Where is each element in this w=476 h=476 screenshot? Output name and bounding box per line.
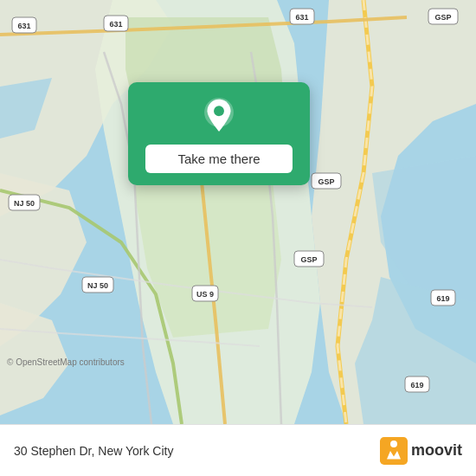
take-me-there-button[interactable]: Take me there (145, 145, 293, 173)
svg-text:GSP: GSP (300, 255, 317, 264)
map-container: 631 631 631 GSP NJ 50 GSP GSP NJ 50 US 9… (0, 0, 476, 424)
bottom-bar: 30 Stephen Dr, New York City moovit (0, 424, 476, 476)
svg-text:631: 631 (17, 22, 30, 30)
address-text: 30 Stephen Dr, New York City (14, 444, 173, 458)
svg-text:631: 631 (295, 13, 308, 22)
svg-text:631: 631 (109, 20, 122, 29)
location-popup: Take me there (128, 82, 310, 185)
address-section: 30 Stephen Dr, New York City (14, 444, 173, 458)
svg-text:NJ 50: NJ 50 (87, 281, 108, 290)
location-pin-icon (200, 98, 238, 136)
svg-point-24 (214, 106, 224, 116)
moovit-logo: moovit (380, 437, 462, 465)
moovit-label: moovit (411, 441, 462, 460)
copyright-notice: © OpenStreetMap contributors (7, 357, 125, 367)
moovit-icon (380, 437, 408, 465)
svg-text:GSP: GSP (434, 13, 451, 22)
svg-point-26 (390, 441, 397, 447)
svg-text:GSP: GSP (318, 177, 334, 186)
svg-text:US 9: US 9 (196, 290, 214, 299)
svg-text:619: 619 (436, 294, 449, 303)
svg-text:619: 619 (410, 381, 423, 389)
svg-text:NJ 50: NJ 50 (14, 199, 35, 208)
